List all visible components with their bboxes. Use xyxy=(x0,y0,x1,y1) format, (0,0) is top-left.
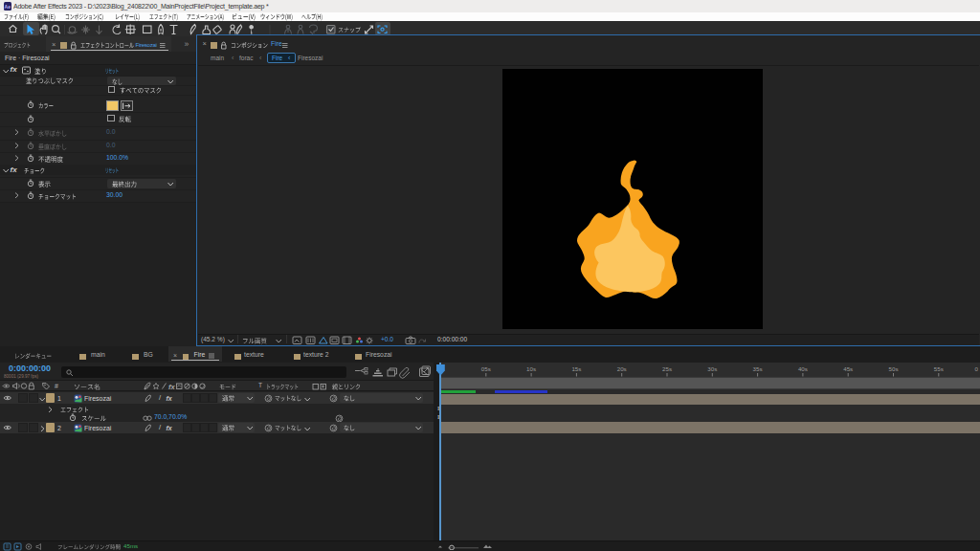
svg-text:10s: 10s xyxy=(526,365,536,372)
svg-text:30s: 30s xyxy=(707,365,717,372)
svg-text:55s: 55s xyxy=(934,365,944,372)
svg-text:50s: 50s xyxy=(889,365,899,372)
svg-text:25s: 25s xyxy=(662,365,672,372)
svg-text:20s: 20s xyxy=(617,365,627,372)
svg-text:45s: 45s xyxy=(843,365,853,372)
svg-text:fx: fx xyxy=(168,382,175,390)
svg-text:05s: 05s xyxy=(481,365,491,372)
svg-text:35s: 35s xyxy=(753,365,763,372)
svg-text:0: 0 xyxy=(975,365,979,372)
svg-text:15s: 15s xyxy=(571,365,581,372)
svg-text:40s: 40s xyxy=(798,365,808,372)
